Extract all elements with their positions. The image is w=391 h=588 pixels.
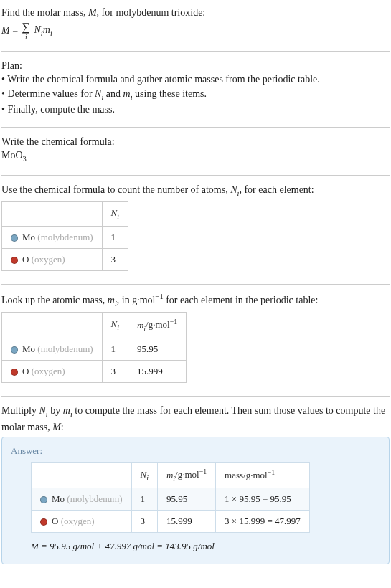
table-header-row: Ni [2,202,128,226]
m: m [108,295,115,305]
i: i [117,323,119,331]
header-Ni: Ni [102,313,128,338]
m: m [123,88,131,99]
mass-table: Ni mi/g·mol−1 Mo (molybdenum) 1 95.95 O … [1,312,187,383]
m: m [137,320,143,331]
text: using these items. [133,88,207,99]
header-mass: mass/g·mol−1 [216,463,310,488]
count-table: Ni Mo (molybdenum) 1 O (oxygen) 3 [1,201,128,271]
element-cell: O (oxygen) [32,511,132,533]
count-cell: 1 [102,338,128,360]
intro-equation: M = ∑i Nimi [1,22,390,41]
Ni: Ni [95,88,103,99]
element-name: (oxygen) [32,254,65,265]
header-Ni: Ni [131,463,157,488]
element-dot-icon [11,369,18,376]
text: by [48,405,63,416]
element-cell: Mo (molybdenum) [32,488,132,510]
count-cell: 3 [131,511,157,533]
text: : [61,422,64,432]
intro-section: Find the molar mass, M, for molybdenum t… [1,3,390,47]
text: • Determine values for [1,88,95,99]
var-M: M [88,7,97,18]
element-symbol: O [52,516,58,526]
element-symbol: Mo [52,493,65,504]
mi: mi [108,295,117,305]
i: i [50,29,52,37]
exp: −1 [155,293,163,300]
i: i [146,473,149,481]
separator [1,396,390,397]
m: m [63,405,70,416]
header-blank [2,313,103,338]
text: Find the molar mass, [1,7,88,18]
Ni: Ni [39,405,48,416]
element-name: (molybdenum) [37,343,93,354]
exp: −1 [170,318,177,326]
answer-table: Ni mi/g·mol−1 mass/g·mol−1 Mo (molybdenu… [31,462,310,533]
table-row: Mo (molybdenum) 1 [2,226,128,248]
element-cell: O (oxygen) [2,360,103,382]
mass-cell: 3 × 15.999 = 47.997 [216,511,310,533]
element-dot-icon [11,234,18,242]
separator [1,127,390,128]
exp: −1 [268,468,275,476]
mass-cell: 1 × 95.95 = 95.95 [216,488,310,510]
element-symbol: O [22,254,29,265]
N: N [39,405,46,416]
mass-text: Look up the atomic mass, mi, in g·mol−1 … [1,292,390,309]
text: Look up the atomic mass, [1,295,108,305]
element-cell: O (oxygen) [2,248,103,270]
text: , for each element: [239,184,314,195]
plan-bullet-1: • Write the chemical formula and gather … [1,72,390,87]
eq-mi: mi [43,24,52,35]
plan-bullet-2: • Determine values for Ni and mi using t… [1,87,390,103]
intro-line1: Find the molar mass, M, for molybdenum t… [1,6,390,20]
text: Use the chemical formula to count the nu… [1,184,230,195]
separator [1,51,390,52]
mi: mi [123,88,133,99]
element-cell: Mo (molybdenum) [2,226,103,248]
element-cell: Mo (molybdenum) [2,338,103,360]
mi-cell: 15.999 [157,511,215,533]
element-name: (molybdenum) [37,232,93,242]
exp: −1 [199,468,207,475]
N: N [34,24,40,35]
count-text: Use the chemical formula to count the nu… [1,183,390,199]
mass-cell: 15.999 [128,360,186,382]
eq-Ni: Ni [34,24,42,35]
table-row: O (oxygen) 3 15.999 [2,360,187,382]
text: Multiply [1,405,39,416]
header-blank [2,202,103,226]
mass-section: Look up the atomic mass, mi, in g·mol−1 … [1,289,390,392]
table-row: Mo (molybdenum) 1 95.95 1 × 95.95 = 95.9… [32,488,310,510]
element-symbol: Mo [22,232,35,242]
element-name: (molybdenum) [67,493,122,504]
sigma-icon: ∑ [22,21,30,33]
table-row: O (oxygen) 3 15.999 3 × 15.999 = 47.997 [32,511,310,533]
header-Ni: Ni [102,202,128,226]
plan-bullet-3: • Finally, compute the mass. [1,103,390,117]
count-cell: 1 [102,226,128,248]
Ni: Ni [230,184,239,195]
formula-section: Write the chemical formula: MoO3 [1,132,390,171]
plan-heading: Plan: [1,59,390,73]
unit: /g·mol [146,320,170,331]
N: N [111,207,118,218]
unit: mass/g·mol [225,470,268,481]
answer-box: Answer: Ni mi/g·mol−1 mass/g·mol−1 Mo (m… [1,437,390,564]
element-symbol: Mo [22,343,35,354]
answer-title: Answer: [11,445,380,457]
element-name: (oxygen) [32,366,65,376]
sum-symbol: ∑i [22,22,30,41]
count-section: Use the chemical formula to count the nu… [1,180,390,280]
multiply-section: Multiply Ni by mi to compute the mass fo… [1,401,390,569]
chemical-formula: MoO3 [1,148,390,164]
element-dot-icon [40,496,47,503]
multiply-text: Multiply Ni by mi to compute the mass fo… [1,404,390,434]
table-row: Mo (molybdenum) 1 95.95 [2,338,187,360]
table-row: O (oxygen) 3 [2,248,128,270]
mi: mi [63,405,72,416]
i: i [117,212,119,220]
final-result: M = 95.95 g/mol + 47.997 g/mol = 143.95 … [31,540,380,553]
